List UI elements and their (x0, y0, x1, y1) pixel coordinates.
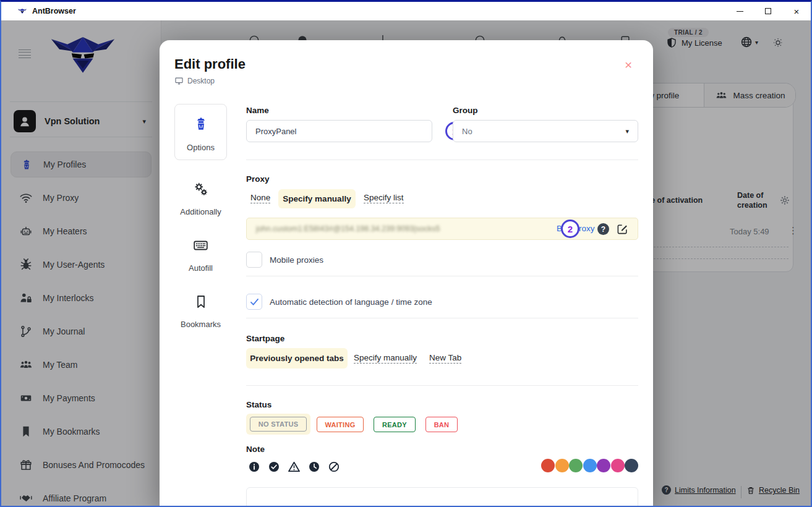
divider (246, 318, 638, 318)
mobile-proxies-checkbox[interactable] (246, 252, 262, 268)
tab-label: Autofill (174, 263, 227, 273)
proxy-value-text: john.custom1:E58I43#@154.198.34.239:9093… (256, 224, 440, 233)
tab-autofill[interactable]: Autofill (174, 237, 227, 273)
startpage-tab-new-tab[interactable]: New Tab (429, 353, 461, 364)
status-active-highlight: NO STATUS (246, 414, 310, 435)
divider (246, 385, 638, 386)
chevron-down-icon: ▾ (625, 127, 629, 135)
note-color-dot[interactable] (569, 459, 583, 472)
note-color-dot[interactable] (597, 459, 610, 472)
note-color-dot[interactable] (555, 459, 569, 472)
group-label: Group (453, 106, 478, 115)
status-ready-button[interactable]: READY (374, 417, 416, 432)
check-icon (250, 298, 259, 306)
gears-icon (193, 181, 209, 197)
modal-title: Edit profile (174, 56, 246, 72)
auto-detect-label: Automatic detection of language / time z… (270, 297, 432, 307)
note-check-icon[interactable] (268, 461, 280, 475)
note-color-dot[interactable] (541, 459, 555, 472)
window-title: AntBrowser (32, 7, 76, 15)
tab-label: Additionally (174, 207, 227, 216)
proxy-tab-specify-manually[interactable]: Specify manually (278, 189, 356, 208)
modal-tab-rail: Options Additionally Autofill (174, 104, 227, 329)
minimize-button[interactable] (725, 2, 754, 20)
note-color-dot[interactable] (625, 459, 638, 472)
tab-bookmarks[interactable]: Bookmarks (174, 294, 227, 329)
status-waiting-button[interactable]: WAITING (317, 417, 364, 432)
startpage-label: Startpage (246, 334, 284, 343)
maximize-button[interactable] (754, 2, 782, 20)
monitor-icon (174, 77, 184, 85)
proxy-tab-specify-list[interactable]: Specify list (364, 193, 404, 203)
tab-label: Bookmarks (174, 320, 227, 329)
name-label: Name (246, 106, 269, 115)
title-bar: AntBrowser × (1, 2, 811, 20)
window-controls: × (725, 2, 811, 20)
note-color-dots (541, 459, 639, 472)
divider (246, 276, 638, 276)
profile-type-label: Desktop (187, 77, 215, 85)
note-clock-icon[interactable] (309, 461, 320, 475)
group-value: No (462, 127, 472, 136)
status-no-status-button[interactable]: NO STATUS (250, 417, 307, 432)
note-color-dot[interactable] (583, 459, 597, 472)
keyboard-icon (192, 237, 209, 254)
status-ban-button[interactable]: BAN (425, 417, 458, 432)
note-ban-icon[interactable] (328, 461, 340, 475)
divider (246, 160, 638, 160)
tab-additionally[interactable]: Additionally (174, 181, 227, 216)
close-window-button[interactable]: × (782, 2, 811, 20)
profile-type: Desktop (174, 77, 215, 85)
proxy-edit-icon[interactable] (617, 223, 628, 237)
note-icon-row (249, 461, 340, 475)
annotation-2: 2 (561, 219, 579, 238)
bookmark-outline-icon (194, 294, 208, 310)
startpage-tab-specify-manually[interactable]: Specify manually (354, 353, 417, 364)
note-textarea[interactable] (246, 487, 638, 507)
app-window: AntBrowser × Vpn Solution (0, 0, 812, 507)
proxy-tab-none[interactable]: None (250, 193, 270, 203)
note-label: Note (246, 445, 265, 454)
startpage-tab-previous[interactable]: Previously opened tabs (246, 348, 348, 369)
edit-profile-form: Name 1 Group No ▾ Proxy None Specify man… (246, 40, 638, 507)
antbrowser-logo-icon (17, 7, 27, 15)
mobile-proxies-label: Mobile proxies (270, 255, 323, 265)
note-warning-icon[interactable] (288, 461, 300, 475)
auto-detect-checkbox[interactable] (246, 294, 262, 310)
proxy-label: Proxy (246, 174, 270, 184)
group-select[interactable]: No ▾ (453, 120, 638, 142)
proxy-help-icon[interactable]: ? (597, 223, 609, 235)
note-info-icon[interactable] (249, 461, 260, 475)
note-color-dot[interactable] (611, 459, 625, 472)
tab-options[interactable]: Options (174, 104, 227, 160)
tab-label: Options (175, 143, 226, 152)
name-input[interactable] (246, 120, 432, 142)
edit-profile-modal: Edit profile Desktop × Options (160, 40, 653, 507)
ant-options-icon (193, 116, 209, 132)
status-label: Status (246, 400, 271, 409)
